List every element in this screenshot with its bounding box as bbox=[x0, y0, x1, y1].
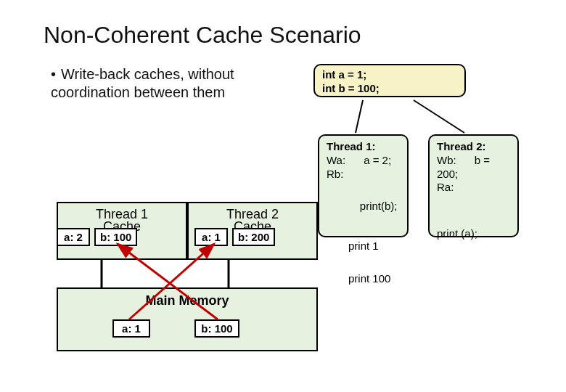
thread1-print: print(b); bbox=[360, 200, 398, 213]
page-title: Non-Coherent Cache Scenario bbox=[44, 22, 361, 49]
thread1-title: Thread 1: bbox=[327, 140, 376, 152]
svg-line-0 bbox=[356, 100, 363, 133]
output-print-1: print 1 bbox=[348, 240, 379, 252]
cache2-b: b: 200 bbox=[232, 228, 275, 246]
init-line-a: int a = 1; bbox=[322, 68, 457, 82]
thread1-box: Thread 1: Wa: a = 2; Rb: print(b); bbox=[318, 134, 409, 237]
output-print-100: print 100 bbox=[348, 272, 390, 285]
svg-line-1 bbox=[414, 100, 464, 133]
cache2-a: a: 1 bbox=[194, 228, 228, 246]
thread2-print: print (a); bbox=[437, 227, 477, 241]
main-memory-label: Main Memory bbox=[58, 293, 316, 309]
thread1-wa: Wa: bbox=[327, 154, 345, 166]
init-box: int a = 1; int b = 100; bbox=[313, 64, 466, 97]
thread1-wa-val: a = 2; bbox=[364, 154, 391, 166]
bullet-write-back: •Write-back caches, without coordination… bbox=[51, 65, 261, 102]
cache1-b: b: 100 bbox=[94, 228, 137, 246]
thread2-box: Thread 2: Wb: b = 200; Ra: print (a); bbox=[428, 134, 519, 237]
thread2-wb: Wb: bbox=[437, 154, 456, 166]
mem-b: b: 100 bbox=[194, 319, 239, 338]
thread2-ra: Ra: bbox=[437, 181, 454, 193]
main-memory-panel: Main Memory bbox=[57, 287, 318, 351]
init-line-b: int b = 100; bbox=[322, 82, 457, 96]
mem-a: a: 1 bbox=[112, 319, 150, 338]
bullet-text: Write-back caches, without coordination … bbox=[51, 66, 234, 100]
thread2-title: Thread 2: bbox=[437, 140, 486, 152]
thread1-rb: Rb: bbox=[327, 168, 343, 180]
cache1-a: a: 2 bbox=[57, 228, 90, 246]
